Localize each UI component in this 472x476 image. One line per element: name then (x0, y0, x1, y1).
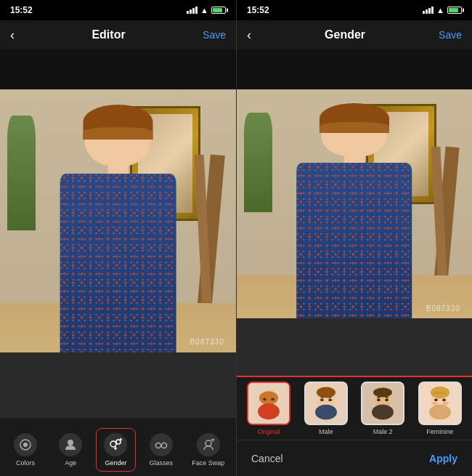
svg-point-21 (272, 398, 275, 401)
svg-point-41 (432, 402, 437, 405)
face-label-male: Male (319, 428, 333, 435)
tool-face-swap[interactable]: Face Swap (186, 429, 230, 471)
right-person-body (297, 163, 412, 324)
left-save-button[interactable]: Save (203, 29, 226, 41)
svg-point-33 (386, 398, 389, 401)
svg-point-26 (320, 398, 324, 401)
svg-point-2 (68, 440, 73, 445)
apply-button[interactable]: Apply (429, 453, 457, 464)
face-label-original: Original (258, 428, 280, 435)
face-label-male2: Male 2 (373, 428, 393, 435)
right-photo-bg: B087330 (237, 89, 472, 376)
right-photo-area: B087330 (237, 89, 472, 376)
svg-point-15 (206, 440, 211, 446)
tool-age[interactable]: Age (51, 429, 91, 471)
svg-point-31 (373, 388, 392, 398)
left-photo-area: B087330 (0, 89, 236, 418)
svg-point-1 (23, 443, 28, 447)
left-status-time: 15:52 (10, 5, 33, 15)
left-photo-bg: B087330 (0, 89, 236, 418)
svg-point-42 (442, 402, 447, 405)
face-thumb-original[interactable] (247, 382, 290, 425)
face-thumb-feminine[interactable] (418, 382, 462, 425)
glasses-label: Glasses (149, 459, 173, 467)
left-top-dark (0, 49, 236, 89)
gender-icon (104, 433, 127, 456)
face-option-male[interactable]: Male (300, 382, 353, 435)
svg-point-22 (258, 403, 280, 419)
right-status-bar: 15:52 ▲ (237, 0, 472, 20)
right-photo-table (237, 318, 472, 376)
face-swap-label: Face Swap (192, 459, 224, 467)
cancel-button[interactable]: Cancel (251, 453, 283, 464)
svg-point-6 (116, 440, 121, 444)
tool-gender[interactable]: Gender (96, 428, 136, 472)
left-header-title: Editor (91, 28, 125, 41)
right-battery-icon (447, 7, 462, 14)
svg-point-25 (317, 387, 335, 398)
tool-glasses[interactable]: Glasses (141, 429, 181, 471)
face-option-original[interactable]: Original (243, 382, 296, 435)
colors-label: Colors (16, 459, 35, 467)
action-bar: Cancel Apply (237, 440, 472, 476)
svg-point-35 (372, 405, 394, 420)
photo-table (0, 352, 236, 418)
person-body (60, 174, 176, 358)
left-status-bar: 15:52 ▲ (0, 0, 236, 20)
face-option-male2[interactable]: Male 2 (357, 382, 410, 435)
right-status-time: 15:52 (247, 5, 269, 15)
face-option-feminine[interactable]: Feminine (414, 382, 467, 435)
colors-icon (14, 433, 37, 456)
right-wifi-icon: ▲ (436, 6, 444, 15)
svg-point-11 (161, 443, 166, 448)
signal-bars-icon (187, 7, 198, 14)
svg-point-19 (259, 391, 278, 405)
left-phone-panel: 15:52 ▲ ‹ Editor Save (0, 0, 236, 476)
wifi-icon: ▲ (200, 6, 208, 15)
face-label-feminine: Feminine (426, 428, 453, 435)
right-header-title: Gender (325, 28, 365, 41)
face-swap-icon (197, 433, 220, 456)
svg-point-27 (328, 398, 332, 401)
photo-plant (7, 116, 36, 230)
face-thumb-male2[interactable] (361, 382, 404, 425)
age-icon (59, 433, 82, 456)
person-silhouette (36, 113, 201, 359)
svg-point-43 (429, 405, 451, 420)
right-top-dark (237, 49, 472, 89)
svg-point-28 (315, 405, 337, 420)
right-person-hair-band (320, 122, 388, 133)
left-header: ‹ Editor Save (0, 20, 236, 49)
left-back-button[interactable]: ‹ (10, 28, 15, 43)
right-save-button[interactable]: Save (439, 29, 462, 41)
left-watermark: B087330 (190, 338, 224, 346)
age-label: Age (65, 459, 76, 467)
left-toolbar: Colors Age Gender (0, 418, 236, 476)
battery-icon (211, 7, 226, 14)
face-thumb-male[interactable] (304, 382, 348, 425)
tool-colors[interactable]: Colors (6, 429, 46, 471)
right-person-silhouette (272, 110, 437, 325)
svg-point-20 (263, 398, 266, 401)
person-body-pattern (60, 174, 176, 358)
gender-label: Gender (105, 459, 126, 467)
svg-point-10 (155, 443, 160, 448)
svg-point-40 (442, 398, 446, 401)
gender-faces-strip: Original Male (237, 376, 472, 440)
svg-point-39 (434, 398, 438, 401)
right-status-icons: ▲ (423, 6, 462, 15)
svg-point-32 (377, 398, 381, 401)
right-watermark: B087330 (426, 304, 460, 312)
left-status-icons: ▲ (187, 6, 226, 15)
svg-point-3 (110, 441, 116, 447)
right-person-body-pattern (297, 163, 412, 324)
right-photo-plant (244, 113, 272, 213)
right-header: ‹ Gender Save (237, 20, 472, 49)
right-back-button[interactable]: ‹ (247, 28, 251, 43)
right-signal-bars-icon (423, 7, 434, 14)
person-hair-band (84, 127, 153, 140)
glasses-icon (150, 433, 173, 456)
right-phone-panel: 15:52 ▲ ‹ Gender Save (236, 0, 472, 476)
